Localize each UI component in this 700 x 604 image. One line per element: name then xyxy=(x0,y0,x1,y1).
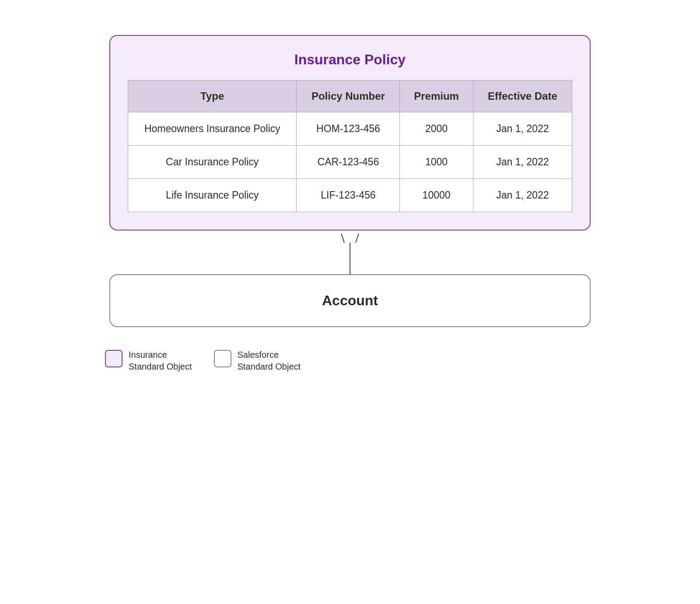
col-header-policy-number: Policy Number xyxy=(297,80,400,112)
col-header-effective-date: Effective Date xyxy=(473,80,572,112)
legend: Insurance Standard Object Salesforce Sta… xyxy=(105,349,301,373)
legend-label-salesforce: Salesforce Standard Object xyxy=(238,349,301,373)
row1-policy-number: HOM-123-456 xyxy=(297,112,400,146)
col-header-premium: Premium xyxy=(400,80,473,112)
insurance-policy-box: Insurance Policy Type Policy Number Prem… xyxy=(109,35,591,230)
table-row: Homeowners Insurance Policy HOM-123-456 … xyxy=(128,112,572,146)
legend-icon-gray xyxy=(214,350,231,367)
connector xyxy=(341,230,359,274)
row1-premium: 2000 xyxy=(400,112,473,146)
table-row: Life Insurance Policy LIF-123-456 10000 … xyxy=(128,179,572,212)
legend-icon-purple xyxy=(105,350,122,367)
legend-label-insurance: Insurance Standard Object xyxy=(129,349,192,373)
insurance-policy-title: Insurance Policy xyxy=(128,52,572,68)
page-container: Insurance Policy Type Policy Number Prem… xyxy=(88,17,612,373)
account-title: Account xyxy=(128,293,572,309)
row3-effective-date: Jan 1, 2022 xyxy=(473,179,572,212)
col-header-type: Type xyxy=(128,80,297,112)
row1-type: Homeowners Insurance Policy xyxy=(128,112,297,146)
table-header-row: Type Policy Number Premium Effective Dat… xyxy=(128,80,572,112)
row3-policy-number: LIF-123-456 xyxy=(297,179,400,212)
connector-vertical-line xyxy=(350,252,350,274)
fork-center xyxy=(350,243,350,252)
legend-item-insurance: Insurance Standard Object xyxy=(105,349,192,373)
row2-type: Car Insurance Policy xyxy=(128,146,297,179)
fork-symbol xyxy=(341,232,359,252)
fork-top xyxy=(341,232,359,243)
row2-effective-date: Jan 1, 2022 xyxy=(473,146,572,179)
legend-item-salesforce: Salesforce Standard Object xyxy=(214,349,301,373)
account-box: Account xyxy=(109,274,591,327)
row3-type: Life Insurance Policy xyxy=(128,179,297,212)
row2-premium: 1000 xyxy=(400,146,473,179)
row1-effective-date: Jan 1, 2022 xyxy=(473,112,572,146)
policy-table: Type Policy Number Premium Effective Dat… xyxy=(128,80,572,212)
row2-policy-number: CAR-123-456 xyxy=(297,146,400,179)
row3-premium: 10000 xyxy=(400,179,473,212)
table-row: Car Insurance Policy CAR-123-456 1000 Ja… xyxy=(128,146,572,179)
